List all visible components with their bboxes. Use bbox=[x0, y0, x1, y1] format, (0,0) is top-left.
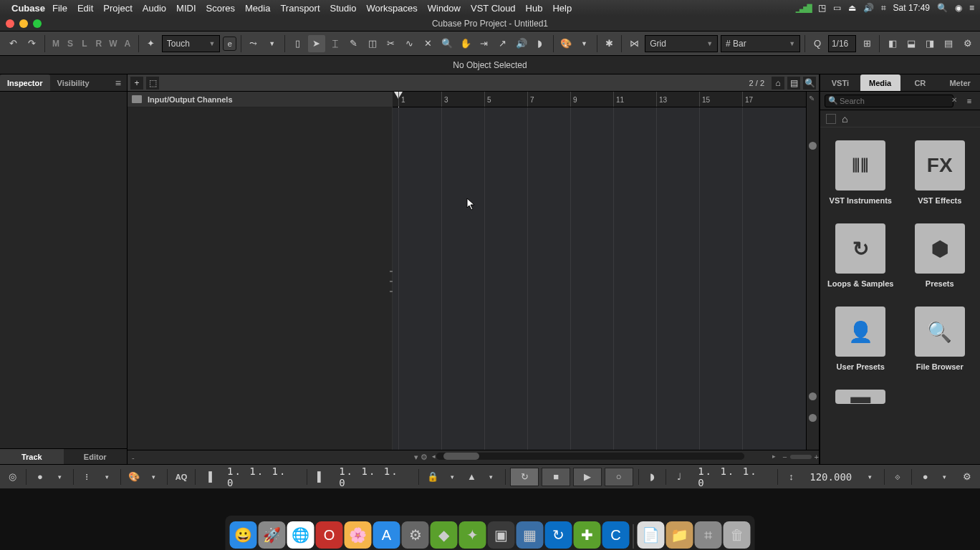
tab-editor[interactable]: Editor bbox=[64, 449, 128, 464]
timestretch-tool-icon[interactable]: ⇥ bbox=[476, 35, 493, 52]
cycle-button[interactable]: ↻ bbox=[510, 468, 539, 486]
erase-tool-icon[interactable]: ◫ bbox=[364, 35, 381, 52]
vzoom-slider[interactable] bbox=[809, 414, 817, 422]
locator-right-icon[interactable]: ▌ bbox=[312, 468, 329, 486]
find-track-icon[interactable]: 🔍 bbox=[803, 77, 816, 90]
media-tile-presets[interactable]: ⬢ Presets bbox=[907, 223, 974, 288]
vzoom-slider[interactable] bbox=[809, 142, 817, 150]
a-state[interactable]: A bbox=[121, 37, 134, 51]
list-icon[interactable]: ▤ bbox=[787, 77, 800, 90]
wifi-signal-icon[interactable]: ▁▃▅▇ bbox=[796, 3, 811, 13]
tab-media[interactable]: Media bbox=[860, 74, 900, 91]
left-locator-time[interactable]: 1. 1. 1. 0 bbox=[220, 465, 302, 488]
tab-inspector[interactable]: Inspector bbox=[0, 74, 50, 91]
tempo-track-icon[interactable]: ↕ bbox=[783, 468, 799, 486]
menu-file[interactable]: File bbox=[52, 3, 67, 14]
media-tile-vst-instruments[interactable]: ⦀⦀ VST Instruments bbox=[827, 140, 894, 205]
locator-left-icon[interactable]: ▐ bbox=[201, 468, 217, 486]
snap-type-dropdown[interactable]: Grid ▼ bbox=[645, 35, 718, 52]
retrospective-icon[interactable]: ◗ bbox=[643, 468, 660, 486]
dock-drive[interactable]: ⌗ bbox=[695, 521, 722, 549]
zoom-tool-icon[interactable]: 🔍 bbox=[438, 35, 456, 52]
tab-meter[interactable]: Meter bbox=[940, 74, 980, 91]
dock-app[interactable]: ▣ bbox=[488, 521, 515, 549]
tab-cr[interactable]: CR bbox=[900, 74, 941, 91]
media-tile-more[interactable]: ▬ bbox=[827, 390, 894, 404]
range-tool-icon[interactable]: ⌶ bbox=[327, 35, 344, 52]
read-state[interactable]: R bbox=[92, 37, 105, 51]
add-track-button[interactable]: + bbox=[130, 77, 143, 90]
dropdown-arrow-icon[interactable]: ▼ bbox=[577, 35, 592, 52]
dock-launchpad[interactable]: 🚀 bbox=[259, 521, 286, 549]
menu-hub[interactable]: Hub bbox=[526, 3, 543, 14]
mute-state[interactable]: M bbox=[49, 37, 62, 51]
menu-edit[interactable]: Edit bbox=[77, 3, 93, 14]
tray-icon[interactable]: ◳ bbox=[818, 3, 826, 13]
tab-track[interactable]: Track bbox=[0, 449, 64, 464]
automation-icon[interactable]: ✦ bbox=[143, 35, 159, 52]
sync-menu-icon[interactable]: ▾ bbox=[483, 468, 499, 486]
media-tile-loops[interactable]: ↻ Loops & Samples bbox=[827, 223, 894, 288]
record-mode-menu-icon[interactable]: ▾ bbox=[936, 468, 953, 486]
autoscroll-icon[interactable]: ⤳ bbox=[246, 35, 261, 52]
tray-icon[interactable]: ▭ bbox=[833, 3, 841, 13]
color-icon[interactable]: 🎨 bbox=[126, 468, 143, 486]
dock-appstore[interactable]: A bbox=[373, 521, 400, 549]
select-tool-icon[interactable]: ▯ bbox=[289, 35, 307, 52]
tray-volume-icon[interactable]: 🔊 bbox=[863, 3, 874, 13]
media-tile-vst-effects[interactable]: FX VST Effects bbox=[907, 140, 974, 205]
right-zone-icon[interactable]: ◨ bbox=[921, 35, 938, 52]
menu-workspaces[interactable]: Workspaces bbox=[366, 3, 417, 14]
write-state[interactable]: W bbox=[107, 37, 120, 51]
search-menu-icon[interactable]: ≡ bbox=[963, 95, 976, 107]
dock-app[interactable]: ▦ bbox=[517, 521, 544, 549]
dock-app[interactable]: ✦ bbox=[459, 521, 486, 549]
dock-finder[interactable]: 😀 bbox=[230, 521, 257, 549]
menubar-clock[interactable]: Sat 17:49 bbox=[893, 3, 930, 13]
redo-button[interactable]: ↷ bbox=[23, 35, 40, 52]
tempo-menu-icon[interactable]: ▾ bbox=[862, 468, 878, 486]
home-icon[interactable]: ⌂ bbox=[842, 113, 847, 125]
marker-menu-icon[interactable]: ▾ bbox=[98, 468, 115, 486]
menu-project[interactable]: Project bbox=[103, 3, 132, 14]
lower-zone-icon[interactable]: ⬓ bbox=[903, 35, 920, 52]
menu-studio[interactable]: Studio bbox=[330, 3, 357, 14]
e-button[interactable]: e bbox=[223, 37, 236, 51]
sync-icon[interactable]: ▲ bbox=[463, 468, 480, 486]
record-button[interactable]: ○ bbox=[605, 468, 633, 486]
draw-tool-icon[interactable]: ✎ bbox=[345, 35, 362, 52]
menu-scores[interactable]: Scores bbox=[206, 3, 235, 14]
aq-button[interactable]: AQ bbox=[173, 468, 189, 486]
quantize-dropdown[interactable]: 1/16 bbox=[828, 35, 856, 52]
channel-zone-icon[interactable]: ▤ bbox=[940, 35, 957, 52]
zoom-button[interactable] bbox=[33, 19, 42, 28]
marker-icon[interactable]: ⫶ bbox=[79, 468, 95, 486]
menu-audio[interactable]: Audio bbox=[143, 3, 166, 14]
rating-filter-checkbox[interactable] bbox=[826, 114, 836, 124]
menu-vstcloud[interactable]: VST Cloud bbox=[471, 3, 516, 14]
punch-in-icon[interactable]: ● bbox=[32, 468, 48, 486]
left-zone-icon[interactable]: ◧ bbox=[884, 35, 901, 52]
timeline-ruler[interactable]: 1 3 5 7 9 11 13 15 17 bbox=[393, 92, 806, 107]
dock-folder[interactable]: 📁 bbox=[666, 521, 693, 549]
click-icon[interactable]: ⟐ bbox=[890, 468, 906, 486]
media-tile-user-presets[interactable]: 👤 User Presets bbox=[827, 307, 894, 371]
color-menu-icon[interactable]: 🎨 bbox=[558, 35, 574, 52]
siri-icon[interactable]: ◉ bbox=[955, 3, 962, 13]
menu-help[interactable]: Help bbox=[552, 3, 572, 14]
dock-doc[interactable]: 📄 bbox=[638, 521, 665, 549]
dock-photos[interactable]: 🌸 bbox=[345, 521, 372, 549]
quantize-panel-icon[interactable]: ⊞ bbox=[859, 35, 875, 52]
lock-icon[interactable]: 🔒 bbox=[424, 468, 441, 486]
dock-trash[interactable]: 🗑 bbox=[724, 521, 751, 549]
menu-media[interactable]: Media bbox=[245, 3, 270, 14]
close-button[interactable] bbox=[6, 19, 14, 28]
app-name[interactable]: Cubase bbox=[11, 3, 45, 14]
snap-icon[interactable]: ⋈ bbox=[626, 35, 642, 52]
dock-app[interactable]: ◆ bbox=[431, 521, 458, 549]
tab-vsti[interactable]: VSTi bbox=[820, 74, 860, 91]
tab-filter-icon[interactable]: ≡ bbox=[110, 74, 127, 91]
hzoom-out-icon[interactable]: − bbox=[782, 453, 787, 461]
track-row[interactable]: Input/Output Channels bbox=[128, 92, 392, 107]
event-display[interactable]: 1 3 5 7 9 11 13 15 17 bbox=[393, 92, 806, 450]
